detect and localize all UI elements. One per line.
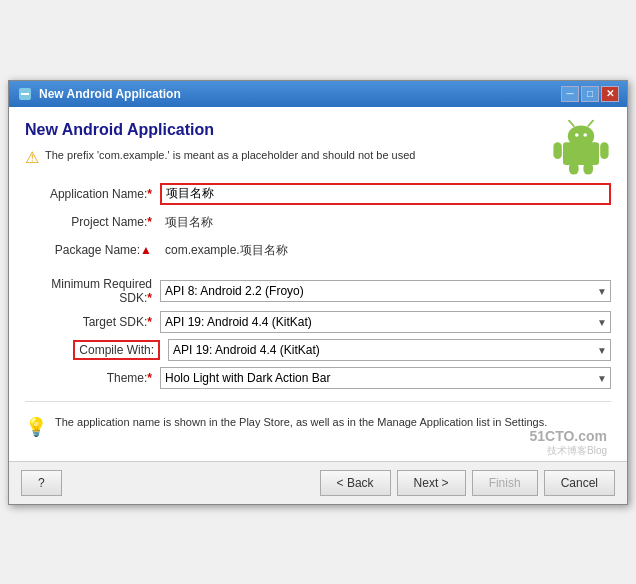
compile-with-label: Compile With: bbox=[25, 343, 160, 357]
title-bar: New Android Application ─ □ ✕ bbox=[9, 81, 627, 107]
svg-point-3 bbox=[568, 125, 594, 147]
svg-rect-9 bbox=[600, 142, 608, 159]
watermark-main: 51CTO.com bbox=[529, 428, 607, 444]
target-sdk-select[interactable]: API 19: Android 4.4 (KitKat) bbox=[160, 311, 611, 333]
watermark: 51CTO.com 技术博客Blog bbox=[529, 428, 607, 458]
project-name-value: 项目名称 bbox=[160, 211, 611, 233]
warning-bar: ⚠ The prefix 'com.example.' is meant as … bbox=[25, 149, 611, 167]
android-logo bbox=[551, 117, 611, 180]
dialog-title: New Android Application bbox=[25, 121, 611, 139]
compile-with-row: Compile With: API 19: Android 4.4 (KitKa… bbox=[25, 339, 611, 361]
theme-label: Theme:* bbox=[25, 371, 160, 385]
warning-icon: ⚠ bbox=[25, 148, 39, 167]
warning-text: The prefix 'com.example.' is meant as a … bbox=[45, 149, 415, 161]
target-sdk-select-wrapper: API 19: Android 4.4 (KitKat) ▼ bbox=[160, 311, 611, 333]
theme-select[interactable]: Holo Light with Dark Action Bar bbox=[160, 367, 611, 389]
window-title: New Android Application bbox=[39, 87, 181, 101]
compile-with-select-wrapper: API 19: Android 4.4 (KitKat) ▼ bbox=[168, 339, 611, 361]
package-name-row: Package Name:▲ com.example.项目名称 bbox=[25, 239, 611, 261]
theme-select-wrapper: Holo Light with Dark Action Bar ▼ bbox=[160, 367, 611, 389]
back-button[interactable]: < Back bbox=[320, 470, 391, 496]
maximize-button[interactable]: □ bbox=[581, 86, 599, 102]
window-icon bbox=[17, 86, 33, 102]
minimize-button[interactable]: ─ bbox=[561, 86, 579, 102]
compile-with-select[interactable]: API 19: Android 4.4 (KitKat) bbox=[168, 339, 611, 361]
target-sdk-row: Target SDK:* API 19: Android 4.4 (KitKat… bbox=[25, 311, 611, 333]
svg-rect-10 bbox=[569, 162, 579, 174]
application-name-label: Application Name:* bbox=[25, 187, 160, 201]
cancel-button[interactable]: Cancel bbox=[544, 470, 615, 496]
min-sdk-select-wrapper: API 8: Android 2.2 (Froyo) ▼ bbox=[160, 280, 611, 302]
svg-line-6 bbox=[569, 120, 574, 125]
svg-rect-1 bbox=[21, 93, 29, 95]
compile-with-label-text: Compile With: bbox=[73, 340, 160, 360]
min-sdk-label: Minimum Required SDK:* bbox=[25, 277, 160, 305]
window-controls: ─ □ ✕ bbox=[561, 86, 619, 102]
finish-button[interactable]: Finish bbox=[472, 470, 538, 496]
form-section: Application Name:* Project Name:* 项目名称 P… bbox=[25, 183, 611, 389]
svg-rect-8 bbox=[553, 142, 561, 159]
dialog-content: New Android Application ⚠ The prefix 'co… bbox=[9, 107, 627, 461]
divider bbox=[25, 401, 611, 402]
bottom-bar: ? < Back Next > Finish Cancel 51CTO.com … bbox=[9, 461, 627, 504]
project-name-row: Project Name:* 项目名称 bbox=[25, 211, 611, 233]
min-sdk-row: Minimum Required SDK:* API 8: Android 2.… bbox=[25, 277, 611, 305]
package-name-value: com.example.项目名称 bbox=[160, 239, 611, 261]
svg-rect-11 bbox=[583, 162, 593, 174]
info-icon: 💡 bbox=[25, 414, 47, 441]
application-name-input[interactable] bbox=[160, 183, 611, 205]
svg-point-5 bbox=[583, 133, 587, 137]
close-button[interactable]: ✕ bbox=[601, 86, 619, 102]
next-button[interactable]: Next > bbox=[397, 470, 466, 496]
help-button[interactable]: ? bbox=[21, 470, 62, 496]
watermark-sub: 技术博客Blog bbox=[529, 444, 607, 458]
target-sdk-label: Target SDK:* bbox=[25, 315, 160, 329]
svg-line-7 bbox=[588, 120, 593, 125]
theme-row: Theme:* Holo Light with Dark Action Bar … bbox=[25, 367, 611, 389]
application-name-row: Application Name:* bbox=[25, 183, 611, 205]
info-text: The application name is shown in the Pla… bbox=[55, 414, 547, 431]
min-sdk-select[interactable]: API 8: Android 2.2 (Froyo) bbox=[160, 280, 611, 302]
dialog-window: New Android Application ─ □ ✕ bbox=[8, 80, 628, 505]
project-name-label: Project Name:* bbox=[25, 215, 160, 229]
nav-buttons: < Back Next > Finish Cancel bbox=[320, 470, 615, 496]
info-section: 💡 The application name is shown in the P… bbox=[25, 414, 611, 441]
package-name-label: Package Name:▲ bbox=[25, 243, 160, 257]
svg-point-4 bbox=[575, 133, 579, 137]
